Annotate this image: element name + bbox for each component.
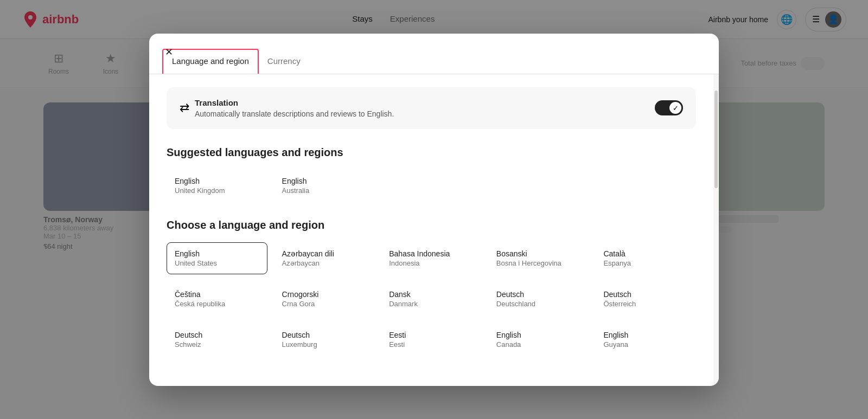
lang-item-en-gy[interactable]: English Guyana (595, 324, 696, 356)
translation-section: ⇄ Translation Automatically translate de… (167, 87, 696, 129)
suggested-item-uk[interactable]: English United Kingdom (167, 170, 267, 202)
lang-item-da[interactable]: Dansk Danmark (381, 283, 482, 315)
translation-text: Translation Automatically translate desc… (195, 98, 394, 118)
choose-section: Choose a language and region English Uni… (167, 219, 696, 356)
lang-item-cs[interactable]: Čeština Česká republika (167, 283, 267, 315)
lang-item-id[interactable]: Bahasa Indonesia Indonesia (381, 242, 482, 274)
language-grid: English United States Azərbaycan dili Az… (167, 242, 696, 356)
lang-item-bs[interactable]: Bosanski Bosna i Hercegovina (488, 242, 589, 274)
lang-item-cnr[interactable]: Crnogorski Crna Gora (274, 283, 375, 315)
toggle-knob: ✓ (669, 102, 681, 114)
translation-icon: ⇄ (180, 101, 189, 115)
scrollbar-thumb (714, 91, 718, 188)
modal-header: ✕ (149, 34, 719, 44)
scrollbar-track[interactable] (713, 74, 719, 386)
language-region-modal: ✕ Language and region Currency ⇄ Transla… (149, 34, 719, 386)
lang-item-de-lu[interactable]: Deutsch Luxemburg (274, 324, 375, 356)
lang-item-de-ch[interactable]: Deutsch Schweiz (167, 324, 267, 356)
translation-toggle[interactable]: ✓ (655, 100, 683, 115)
lang-item-de-at[interactable]: Deutsch Österreich (595, 283, 696, 315)
choose-heading: Choose a language and region (167, 219, 696, 231)
suggested-heading: Suggested languages and regions (167, 146, 696, 159)
lang-item-en-us[interactable]: English United States (167, 242, 267, 274)
modal-tabs: Language and region Currency (149, 49, 719, 74)
suggested-grid: English United Kingdom English Australia (167, 170, 696, 202)
suggested-item-au[interactable]: English Australia (274, 170, 375, 202)
lang-item-et[interactable]: Eesti Eesti (381, 324, 482, 356)
modal-content-area: ⇄ Translation Automatically translate de… (149, 74, 719, 386)
modal-body[interactable]: ⇄ Translation Automatically translate de… (149, 74, 713, 386)
lang-item-en-ca[interactable]: English Canada (488, 324, 589, 356)
lang-item-de-de[interactable]: Deutsch Deutschland (488, 283, 589, 315)
suggested-section: Suggested languages and regions English … (167, 146, 696, 202)
lang-item-az[interactable]: Azərbaycan dili Azərbaycan (274, 242, 375, 274)
close-button[interactable]: ✕ (160, 43, 177, 61)
tab-currency[interactable]: Currency (259, 49, 309, 74)
translation-info: ⇄ Translation Automatically translate de… (180, 98, 394, 118)
lang-item-ca[interactable]: Català Espanya (595, 242, 696, 274)
